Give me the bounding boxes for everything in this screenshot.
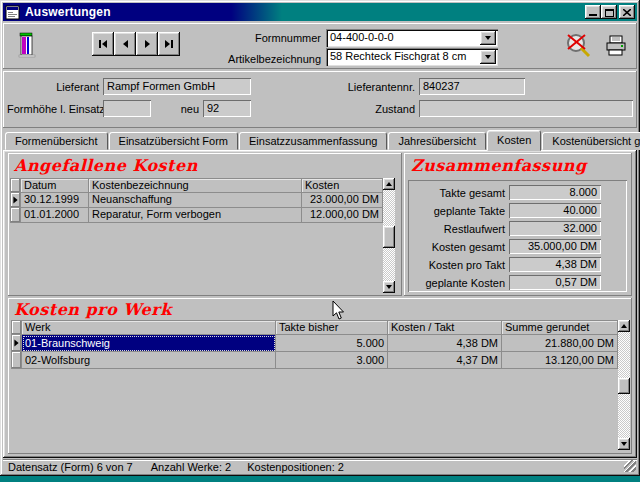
geplante-takte-field[interactable]: 40.000 (509, 203, 601, 218)
takte-gesamt-field[interactable]: 8.000 (509, 185, 601, 200)
formnummer-dropdown-button[interactable] (480, 31, 496, 45)
neu-field[interactable]: 92 (203, 100, 251, 117)
last-icon (171, 40, 173, 48)
cell-kosten[interactable]: 12.000,00 DM (302, 208, 383, 223)
table-row[interactable]: 01-Braunschweig 5.000 4,38 DM 21.880,00 … (11, 335, 618, 352)
minimize-button[interactable] (585, 5, 601, 19)
scroll-up-button[interactable] (618, 320, 630, 332)
werk-table-scrollbar[interactable] (618, 320, 630, 450)
formnummer-combobox[interactable]: 04-400-0-0-0 (326, 29, 498, 47)
cell-werk-selected[interactable]: 01-Braunschweig (22, 335, 276, 352)
close-button[interactable] (619, 5, 635, 19)
tab-jahresuebersicht[interactable]: Jahresübersicht (388, 132, 486, 150)
tab-page-kosten: Angefallene Kosten Datum Kostenbezeichnu… (3, 150, 637, 458)
scroll-down-button[interactable] (618, 438, 630, 450)
geplante-kosten-field[interactable]: 0,57 DM (509, 275, 601, 290)
arrow-down-icon (621, 442, 627, 446)
current-record-icon (13, 197, 17, 204)
first-record-button[interactable] (92, 32, 114, 56)
cell-takte[interactable]: 3.000 (276, 352, 388, 369)
kosten-pro-werk-table: Werk Takte bisher Kosten / Takt Summe ge… (11, 320, 618, 369)
lieferant-field[interactable]: Rampf Formen GmbH (103, 78, 251, 95)
summary-label: Kosten pro Takt (408, 259, 505, 271)
previous-record-button[interactable] (114, 32, 136, 56)
column-header-werk[interactable]: Werk (22, 320, 276, 335)
summary-label: geplante Takte (408, 205, 505, 217)
summary-row: Kosten pro Takt 4,38 DM (408, 257, 627, 272)
tab-formenuebersicht[interactable]: Formenübersicht (5, 132, 108, 150)
maximize-button[interactable] (601, 5, 617, 19)
scrollbar-thumb[interactable] (383, 226, 395, 248)
tab-einsatzzusammenfassung[interactable]: Einsatzzusammenfassung (239, 132, 387, 150)
lieferant-label: Lieferant (23, 80, 99, 95)
column-header-summe-gerundet[interactable]: Summe gerundet (502, 320, 618, 335)
angefallene-kosten-heading: Angefallene Kosten (14, 156, 198, 175)
cell-kosten-takt[interactable]: 4,38 DM (388, 335, 502, 352)
tab-kostenuebersicht-gesamt[interactable]: Kostenübersicht gesamt (542, 132, 640, 150)
last-record-button[interactable] (158, 32, 180, 56)
record-selector[interactable] (10, 208, 21, 223)
scroll-down-button[interactable] (383, 281, 395, 293)
cell-bezeichnung[interactable]: Neuanschaffung (89, 193, 302, 208)
zustand-field[interactable] (419, 100, 633, 117)
lieferantennr-field[interactable]: 840237 (419, 78, 525, 95)
zusammenfassung-groupbox: Takte gesamt 8.000 geplante Takte 40.000… (408, 180, 627, 292)
chevron-down-icon (485, 36, 491, 40)
summary-row: Kosten gesamt 35.000,00 DM (408, 239, 627, 254)
current-record-selector[interactable] (11, 335, 22, 352)
tab-einsatzuebersicht-form[interactable]: Einsatzübersicht Form (109, 132, 238, 150)
formhoehe-field[interactable] (103, 100, 151, 117)
summary-row: geplante Takte 40.000 (408, 203, 627, 218)
title-bar[interactable]: Auswertungen (3, 3, 637, 21)
close-icon (623, 9, 631, 16)
scrollbar-thumb[interactable] (618, 378, 630, 394)
artikel-combobox[interactable]: 58 Rechteck Fischgrat 8 cm (326, 48, 498, 66)
table-row[interactable]: 02-Wolfsburg 3.000 4,37 DM 13.120,00 DM (11, 352, 618, 369)
column-header-kosten-takt[interactable]: Kosten / Takt (388, 320, 502, 335)
current-record-selector[interactable] (10, 193, 21, 208)
info-panel: Lieferant Rampf Formen GmbH Lieferantenn… (3, 71, 637, 128)
summary-label: Kosten gesamt (408, 241, 505, 253)
minimize-icon (589, 14, 597, 16)
cell-summe[interactable]: 21.880,00 DM (502, 335, 618, 352)
record-selector[interactable] (11, 352, 22, 369)
tab-kosten[interactable]: Kosten (487, 130, 541, 151)
table-row[interactable]: 30.12.1999 Neuanschaffung 23.000,00 DM (10, 193, 383, 208)
column-header-takte-bisher[interactable]: Takte bisher (276, 320, 388, 335)
status-kostenpositionen: Kostenpositionen: 2 (247, 461, 344, 473)
maximize-icon (605, 9, 614, 17)
column-header-datum[interactable]: Datum (21, 178, 89, 193)
tab-strip: Formenübersicht Einsatzübersicht Form Ei… (3, 130, 637, 150)
cell-datum[interactable]: 01.01.2000 (21, 208, 89, 223)
kosten-pro-takt-field[interactable]: 4,38 DM (509, 257, 601, 272)
zustand-label: Zustand (333, 102, 415, 117)
previous-icon (123, 40, 128, 48)
toolbar: Formnummer 04-400-0-0-0 Artikelbezeichnu… (3, 23, 637, 69)
app-window: Auswertungen Formnummer (0, 0, 640, 476)
table-header-row: Werk Takte bisher Kosten / Takt Summe ge… (11, 320, 618, 335)
kosten-gesamt-field[interactable]: 35.000,00 DM (509, 239, 601, 254)
cell-datum[interactable]: 30.12.1999 (21, 193, 89, 208)
print-icon[interactable] (605, 35, 627, 57)
first-icon (99, 40, 101, 48)
cell-werk[interactable]: 02-Wolfsburg (22, 352, 276, 369)
search-cancel-icon[interactable] (565, 32, 595, 62)
angefallene-kosten-table: Datum Kostenbezeichnung Kosten 30.12.199… (10, 178, 383, 223)
scroll-up-button[interactable] (383, 178, 395, 190)
exit-door-icon[interactable] (17, 31, 39, 59)
column-header-kosten[interactable]: Kosten (302, 178, 383, 193)
table-row[interactable]: 01.01.2000 Reparatur, Form verbogen 12.0… (10, 208, 383, 223)
restlaufwert-field[interactable]: 32.000 (509, 221, 601, 236)
status-datensatz: Datensatz (Form) 6 von 7 (8, 461, 133, 473)
kosten-pro-werk-heading: Kosten pro Werk (14, 300, 172, 319)
cell-takte[interactable]: 5.000 (276, 335, 388, 352)
resize-grip[interactable] (624, 460, 636, 472)
artikel-dropdown-button[interactable] (480, 50, 496, 64)
cell-bezeichnung[interactable]: Reparatur, Form verbogen (89, 208, 302, 223)
cell-kosten-takt[interactable]: 4,37 DM (388, 352, 502, 369)
cell-summe[interactable]: 13.120,00 DM (502, 352, 618, 369)
column-header-kostenbezeichnung[interactable]: Kostenbezeichnung (89, 178, 302, 193)
kosten-table-scrollbar[interactable] (383, 178, 395, 293)
next-record-button[interactable] (136, 32, 158, 56)
cell-kosten[interactable]: 23.000,00 DM (302, 193, 383, 208)
